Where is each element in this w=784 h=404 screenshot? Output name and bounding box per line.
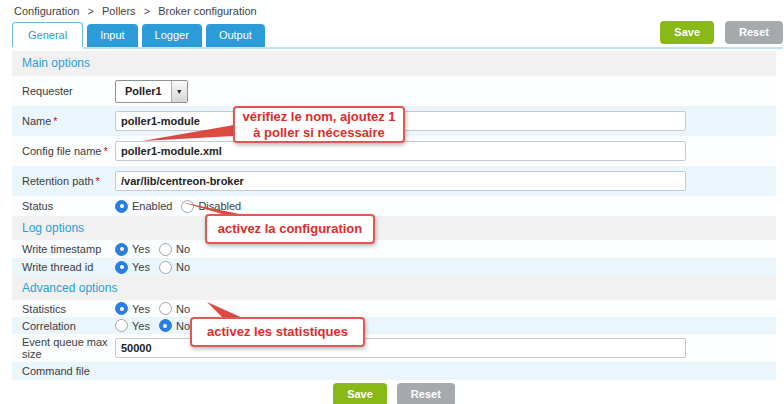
broker-general-form: Main options Requester Poller1 ▼ Name* C… (12, 51, 776, 404)
write-timestamp-label: Write timestamp (22, 243, 115, 255)
required-asterisk: * (96, 175, 100, 187)
tab-general[interactable]: General (12, 22, 83, 47)
write-thread-id-label: Write thread id (22, 261, 115, 273)
section-main-options: Main options (12, 51, 776, 76)
retention-path-label: Retention path* (22, 175, 115, 187)
field-row-command-file: Command file (12, 362, 776, 380)
save-button-bottom[interactable]: Save (333, 383, 387, 404)
write-timestamp-yes-radio[interactable] (115, 243, 128, 256)
write-timestamp-yes-label: Yes (132, 243, 150, 255)
field-row-requester: Requester Poller1 ▼ (12, 76, 776, 106)
correlation-no-label: No (176, 320, 190, 332)
status-enabled-radio[interactable] (115, 200, 128, 213)
field-row-write-timestamp: Write timestamp Yes No (12, 240, 776, 258)
field-row-retention-path: Retention path* (12, 166, 776, 196)
reset-button-bottom[interactable]: Reset (397, 383, 455, 404)
required-asterisk: * (104, 145, 108, 157)
tab-input[interactable]: Input (87, 24, 137, 47)
write-thread-id-no-label: No (176, 261, 190, 273)
requester-label: Requester (22, 85, 115, 97)
field-row-event-queue-max-size: Event queue max size (12, 334, 776, 362)
tab-bar: General Input Logger Output Save Reset (12, 23, 783, 49)
write-timestamp-no-label: No (176, 243, 190, 255)
requester-select[interactable]: Poller1 ▼ (115, 80, 188, 103)
breadcrumb-pollers[interactable]: Pollers (102, 5, 136, 17)
retention-path-input[interactable] (115, 171, 686, 191)
correlation-yes-radio[interactable] (115, 319, 128, 332)
section-advanced-options: Advanced options (12, 276, 776, 300)
status-disabled-radio[interactable] (181, 200, 194, 213)
breadcrumb: Configuration > Pollers > Broker configu… (14, 5, 257, 17)
statistics-label: Statistics (22, 303, 115, 315)
header-actions: Save Reset (660, 21, 783, 47)
annotation-verify-name: vérifiez le nom, ajoutez 1 à poller si n… (233, 106, 405, 143)
breadcrumb-broker-configuration: Broker configuration (158, 5, 256, 17)
requester-select-value: Poller1 (116, 81, 171, 102)
required-asterisk: * (53, 115, 57, 127)
write-timestamp-no-radio[interactable] (159, 243, 172, 256)
status-enabled-label: Enabled (132, 200, 172, 212)
config-file-name-input[interactable] (115, 141, 686, 161)
name-label: Name* (22, 115, 115, 127)
section-log-options: Log options (12, 216, 776, 240)
reset-button-top[interactable]: Reset (725, 21, 783, 44)
correlation-yes-label: Yes (132, 320, 150, 332)
footer-actions: Save Reset (12, 383, 776, 404)
field-row-status: Status Enabled Disabled (12, 196, 776, 216)
annotation-enable-statistics: activez les statistiques (190, 317, 365, 347)
chevron-down-icon: ▼ (171, 81, 187, 102)
field-row-statistics: Statistics Yes No (12, 300, 776, 317)
breadcrumb-separator: > (88, 5, 94, 17)
annotation-enable-configuration: activez la configuration (205, 214, 375, 244)
correlation-no-radio[interactable] (159, 319, 172, 332)
field-row-write-thread-id: Write thread id Yes No (12, 258, 776, 276)
write-thread-id-yes-radio[interactable] (115, 261, 128, 274)
save-button-top[interactable]: Save (660, 21, 714, 44)
statistics-no-radio[interactable] (159, 302, 172, 315)
statistics-no-label: No (176, 303, 190, 315)
tab-output[interactable]: Output (206, 24, 265, 47)
correlation-label: Correlation (22, 320, 115, 332)
breadcrumb-separator: > (144, 5, 150, 17)
breadcrumb-configuration[interactable]: Configuration (14, 5, 79, 17)
field-row-correlation: Correlation Yes No (12, 317, 776, 334)
config-file-name-label: Config file name* (22, 145, 115, 157)
statistics-yes-radio[interactable] (115, 302, 128, 315)
write-thread-id-no-radio[interactable] (159, 261, 172, 274)
statistics-yes-label: Yes (132, 303, 150, 315)
status-disabled-label: Disabled (198, 200, 241, 212)
command-file-label: Command file (22, 365, 115, 377)
write-thread-id-yes-label: Yes (132, 261, 150, 273)
event-queue-max-size-label: Event queue max size (22, 336, 115, 360)
tab-logger[interactable]: Logger (142, 24, 202, 47)
status-label: Status (22, 200, 115, 212)
